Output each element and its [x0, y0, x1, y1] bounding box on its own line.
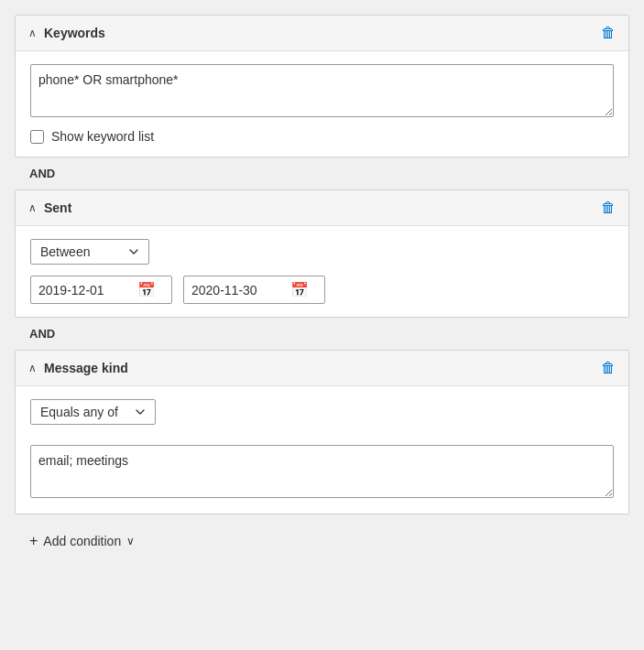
keywords-section-title: Keywords — [44, 26, 105, 40]
add-condition-plus-icon: + — [29, 533, 38, 549]
sent-date-to-wrapper: 📅 — [183, 276, 325, 304]
message-kind-select-row: Equals any of Does not equal — [30, 399, 614, 425]
keywords-section-body: Show keyword list — [16, 51, 628, 157]
sent-date-from-input[interactable] — [38, 283, 130, 298]
sent-date-to-input[interactable] — [191, 283, 283, 298]
keywords-section-header: ∧ Keywords 🗑 — [16, 16, 628, 51]
sent-date-from-calendar-icon[interactable]: 📅 — [137, 281, 156, 298]
page-container: ∧ Keywords 🗑 Show keyword list AND ∧ Sen… — [0, 0, 644, 650]
show-keyword-list-checkbox[interactable] — [30, 130, 44, 144]
sent-date-from-wrapper: 📅 — [30, 276, 172, 304]
keywords-collapse-icon[interactable]: ∧ — [28, 27, 37, 39]
sent-collapse-icon[interactable]: ∧ — [28, 201, 37, 214]
sent-date-to-calendar-icon[interactable]: 📅 — [290, 281, 309, 298]
show-keyword-list-label: Show keyword list — [51, 129, 154, 144]
message-kind-dropdown[interactable]: Equals any of Does not equal — [30, 399, 156, 425]
message-kind-delete-icon[interactable]: 🗑 — [601, 360, 616, 376]
message-kind-textarea[interactable] — [30, 445, 614, 498]
keywords-section-card: ∧ Keywords 🗑 Show keyword list — [15, 15, 629, 157]
keywords-header-left: ∧ Keywords — [28, 26, 105, 40]
and-separator-1: AND — [15, 157, 629, 190]
sent-section-header: ∧ Sent 🗑 — [16, 190, 628, 226]
sent-section-card: ∧ Sent 🗑 Between Before After On 📅 — [15, 190, 629, 318]
keywords-delete-icon[interactable]: 🗑 — [601, 25, 616, 41]
message-kind-section-title: Message kind — [44, 361, 128, 375]
sent-header-left: ∧ Sent — [28, 200, 71, 215]
sent-between-dropdown[interactable]: Between Before After On — [30, 239, 149, 265]
sent-delete-icon[interactable]: 🗑 — [601, 200, 616, 216]
and-separator-2: AND — [15, 318, 629, 350]
sent-select-row: Between Before After On — [30, 239, 614, 265]
sent-section-body: Between Before After On 📅 📅 — [16, 226, 628, 317]
message-kind-section-body: Equals any of Does not equal — [16, 386, 628, 514]
message-kind-header-left: ∧ Message kind — [28, 361, 128, 375]
add-condition-row[interactable]: + Add condition ∨ — [15, 515, 629, 558]
message-kind-collapse-icon[interactable]: ∧ — [28, 362, 37, 374]
sent-date-row: 📅 📅 — [30, 276, 614, 304]
keywords-textarea[interactable] — [30, 64, 614, 117]
add-condition-chevron-icon: ∨ — [126, 535, 135, 547]
add-condition-label: Add condition — [43, 534, 121, 548]
keywords-checkbox-row: Show keyword list — [30, 129, 614, 144]
sent-section-title: Sent — [44, 200, 71, 215]
message-kind-section-header: ∧ Message kind 🗑 — [16, 351, 628, 386]
message-kind-section-card: ∧ Message kind 🗑 Equals any of Does not … — [15, 350, 629, 515]
